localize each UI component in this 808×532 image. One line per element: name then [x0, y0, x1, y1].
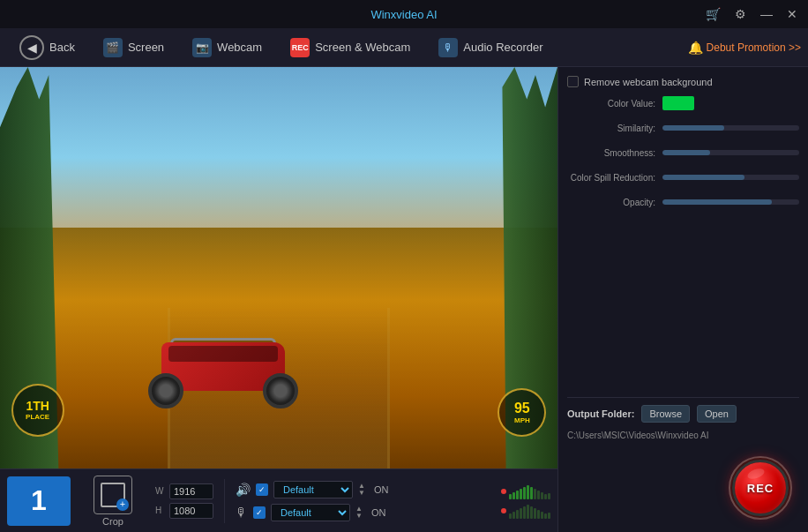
main-content: 1TH PLACE 95 MPH 1 + Cr [0, 67, 808, 532]
output-section: Output Folder: Browse Open C:\Users\MSIC… [567, 397, 799, 442]
mic-arrows[interactable]: ▲▼ [355, 506, 363, 520]
crop-plus-icon: + [116, 498, 129, 511]
vol-bars-2 [509, 503, 550, 519]
output-path: C:\Users\MSIC\Videos\Winxvideo AI [567, 431, 708, 440]
speaker-on-label: ON [374, 484, 389, 495]
open-button[interactable]: Open [697, 405, 737, 423]
bottom-controls: 1 + Crop W H [0, 468, 557, 532]
mic-row: 🎙 ✓ Default ▲▼ ON [236, 504, 494, 521]
nav-bar: ◀ Back 🎬 Screen 📷 Webcam REC Screen & We… [0, 28, 808, 67]
mic-checkbox[interactable]: ✓ [253, 506, 266, 519]
smoothness-slider[interactable] [662, 150, 799, 155]
hud-speed-value: 95 [514, 401, 530, 416]
height-row: H [155, 503, 213, 519]
vol-bar [530, 506, 533, 519]
back-button[interactable]: ◀ Back [7, 30, 87, 65]
channel-number: 1 [7, 476, 71, 526]
color-value-row: Color Value: [567, 94, 799, 112]
vol-bar [512, 512, 515, 519]
vol-bar [516, 510, 519, 519]
speaker-checkbox[interactable]: ✓ [256, 483, 268, 496]
wheel-front-left [148, 373, 183, 408]
speaker-select[interactable]: Default [273, 481, 353, 498]
screen-button[interactable]: 🎬 Screen [91, 33, 176, 63]
speaker-checkbox-wrap[interactable]: ✓ [256, 483, 268, 496]
height-label: H [155, 506, 166, 515]
hud-place-label: PLACE [26, 413, 49, 421]
back-label: Back [49, 41, 75, 54]
width-row: W [155, 483, 213, 499]
color-spill-label: Color Spill Reduction: [567, 173, 655, 183]
opacity-fill [662, 199, 772, 205]
vol-bars-1 [509, 483, 550, 499]
divider-1 [224, 479, 225, 523]
opacity-label: Opacity: [567, 198, 655, 207]
sky [0, 67, 557, 248]
vol-dot-1 [501, 489, 506, 494]
smoothness-label: Smoothness: [567, 148, 655, 158]
hud-speed: 95 MPH [498, 388, 546, 437]
screen-icon: 🎬 [103, 38, 123, 57]
audio-recorder-label: Audio Recorder [463, 41, 542, 54]
smoothness-fill [662, 150, 710, 155]
vol-bar [527, 505, 529, 519]
close-icon[interactable]: ✕ [787, 7, 797, 21]
screen-webcam-button[interactable]: REC Screen & Webcam [278, 33, 423, 63]
vol-bar [509, 513, 512, 519]
mic-checkbox-wrap[interactable]: ✓ [253, 506, 266, 519]
color-value-box[interactable] [662, 96, 694, 110]
vol-bar [548, 513, 550, 519]
wheel-front-right [263, 373, 298, 408]
screen-label: Screen [128, 41, 164, 54]
webcam-bg-row: Remove webcam background [567, 76, 799, 87]
width-label: W [155, 486, 166, 496]
webcam-bg-checkbox[interactable] [567, 76, 579, 87]
vol-bar [509, 494, 512, 499]
audio-controls: 🔊 ✓ Default ▲▼ ON 🎙 ✓ Default ▲▼ [236, 481, 494, 521]
similarity-label: Similarity: [567, 124, 655, 133]
dimensions-control: W H [155, 483, 213, 519]
rec-button[interactable]: REC [732, 460, 789, 516]
vol-bar [520, 508, 522, 519]
opacity-slider[interactable] [662, 199, 799, 205]
browse-button[interactable]: Browse [641, 405, 690, 423]
similarity-fill [662, 125, 724, 131]
speaker-arrows[interactable]: ▲▼ [358, 483, 365, 497]
crop-inner-icon: + [101, 483, 125, 507]
mic-select[interactable]: Default [271, 504, 350, 521]
video-background: 1TH PLACE 95 MPH [0, 67, 557, 468]
width-input[interactable] [169, 483, 213, 499]
vol-dot-2 [501, 508, 506, 513]
opacity-row: Opacity: [567, 193, 799, 211]
color-value-label: Color Value: [567, 99, 655, 109]
gear-icon[interactable]: ⚙ [735, 7, 746, 21]
window-controls: 🛒 ⚙ — ✕ [706, 7, 797, 21]
height-input[interactable] [169, 503, 213, 519]
mic-icon: 🎙 [438, 38, 458, 57]
back-icon: ◀ [19, 35, 44, 60]
rec-button-label: REC [747, 482, 774, 495]
minimize-icon[interactable]: — [760, 7, 773, 21]
promo-label: Debut Promotion >> [707, 41, 801, 54]
webcam-bg-section: Remove webcam background [567, 76, 799, 87]
crop-icon-box[interactable]: + [94, 476, 132, 514]
promo-link[interactable]: 🔔 Debut Promotion >> [688, 41, 801, 55]
mic-on-label: ON [371, 507, 386, 518]
vol-bar [537, 491, 540, 499]
audio-recorder-button[interactable]: 🎙 Audio Recorder [426, 33, 555, 63]
crop-control[interactable]: + Crop [78, 476, 148, 527]
cart-icon[interactable]: 🛒 [706, 7, 721, 21]
title-text: Winxvideo [370, 8, 423, 21]
webcam-bg-label: Remove webcam background [584, 77, 713, 87]
vol-bar [523, 487, 526, 499]
bell-icon: 🔔 [688, 41, 703, 55]
vol-bar [520, 489, 522, 499]
rec-outer-ring: REC [729, 456, 792, 520]
volume-bars-container [501, 483, 550, 519]
similarity-slider[interactable] [662, 125, 799, 131]
color-spill-slider[interactable] [662, 175, 799, 180]
webcam-button[interactable]: 📷 Webcam [180, 33, 274, 63]
vol-bar [544, 494, 547, 499]
mic-icon-small: 🎙 [236, 506, 248, 520]
vol-bar [548, 493, 550, 499]
